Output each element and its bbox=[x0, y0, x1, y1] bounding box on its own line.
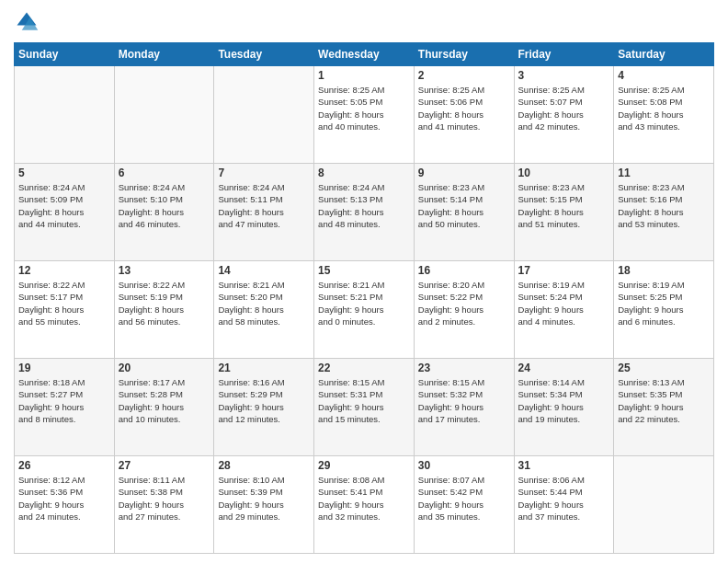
day-cell: 25Sunrise: 8:13 AM Sunset: 5:35 PM Dayli… bbox=[614, 359, 714, 456]
header bbox=[14, 9, 714, 35]
day-info: Sunrise: 8:24 AM Sunset: 5:10 PM Dayligh… bbox=[119, 181, 210, 230]
day-number: 7 bbox=[218, 167, 310, 179]
day-info: Sunrise: 8:24 AM Sunset: 5:09 PM Dayligh… bbox=[18, 181, 110, 230]
day-info: Sunrise: 8:12 AM Sunset: 5:36 PM Dayligh… bbox=[18, 474, 110, 523]
day-cell bbox=[15, 66, 115, 164]
day-cell: 21Sunrise: 8:16 AM Sunset: 5:29 PM Dayli… bbox=[214, 359, 314, 456]
weekday-header-thursday: Thursday bbox=[414, 43, 514, 66]
day-number: 20 bbox=[119, 362, 210, 374]
day-number: 27 bbox=[119, 459, 210, 472]
day-info: Sunrise: 8:06 AM Sunset: 5:44 PM Dayligh… bbox=[518, 474, 610, 523]
day-cell: 24Sunrise: 8:14 AM Sunset: 5:34 PM Dayli… bbox=[514, 359, 614, 456]
day-number: 10 bbox=[518, 167, 610, 179]
day-info: Sunrise: 8:18 AM Sunset: 5:27 PM Dayligh… bbox=[18, 376, 110, 425]
day-info: Sunrise: 8:24 AM Sunset: 5:11 PM Dayligh… bbox=[218, 181, 310, 230]
day-info: Sunrise: 8:11 AM Sunset: 5:38 PM Dayligh… bbox=[119, 474, 210, 523]
day-info: Sunrise: 8:15 AM Sunset: 5:32 PM Dayligh… bbox=[418, 376, 510, 425]
day-cell: 29Sunrise: 8:08 AM Sunset: 5:41 PM Dayli… bbox=[314, 456, 415, 554]
day-info: Sunrise: 8:16 AM Sunset: 5:29 PM Dayligh… bbox=[218, 376, 310, 425]
day-number: 28 bbox=[218, 459, 310, 472]
day-cell: 22Sunrise: 8:15 AM Sunset: 5:31 PM Dayli… bbox=[314, 359, 415, 456]
day-cell: 1Sunrise: 8:25 AM Sunset: 5:05 PM Daylig… bbox=[314, 66, 415, 164]
day-cell: 30Sunrise: 8:07 AM Sunset: 5:42 PM Dayli… bbox=[414, 456, 514, 554]
day-info: Sunrise: 8:08 AM Sunset: 5:41 PM Dayligh… bbox=[318, 474, 410, 523]
day-cell: 27Sunrise: 8:11 AM Sunset: 5:38 PM Dayli… bbox=[114, 456, 214, 554]
day-info: Sunrise: 8:17 AM Sunset: 5:28 PM Dayligh… bbox=[119, 376, 210, 425]
day-cell: 11Sunrise: 8:23 AM Sunset: 5:16 PM Dayli… bbox=[614, 164, 714, 261]
day-number: 15 bbox=[318, 264, 410, 277]
day-info: Sunrise: 8:19 AM Sunset: 5:24 PM Dayligh… bbox=[518, 279, 610, 327]
day-cell: 9Sunrise: 8:23 AM Sunset: 5:14 PM Daylig… bbox=[414, 164, 514, 261]
day-info: Sunrise: 8:10 AM Sunset: 5:39 PM Dayligh… bbox=[218, 474, 310, 523]
day-cell bbox=[214, 66, 314, 164]
day-cell: 3Sunrise: 8:25 AM Sunset: 5:07 PM Daylig… bbox=[514, 66, 614, 164]
day-number: 11 bbox=[618, 167, 710, 179]
day-number: 8 bbox=[318, 167, 410, 179]
day-number: 16 bbox=[418, 264, 510, 277]
day-number: 26 bbox=[18, 459, 110, 472]
day-number: 30 bbox=[418, 459, 510, 472]
day-info: Sunrise: 8:19 AM Sunset: 5:25 PM Dayligh… bbox=[618, 279, 710, 327]
day-number: 1 bbox=[318, 69, 410, 82]
day-cell: 31Sunrise: 8:06 AM Sunset: 5:44 PM Dayli… bbox=[514, 456, 614, 554]
day-cell: 23Sunrise: 8:15 AM Sunset: 5:32 PM Dayli… bbox=[414, 359, 514, 456]
day-cell: 8Sunrise: 8:24 AM Sunset: 5:13 PM Daylig… bbox=[314, 164, 415, 261]
day-cell bbox=[614, 456, 714, 554]
day-info: Sunrise: 8:23 AM Sunset: 5:14 PM Dayligh… bbox=[418, 181, 510, 230]
day-info: Sunrise: 8:25 AM Sunset: 5:06 PM Dayligh… bbox=[418, 84, 510, 132]
day-info: Sunrise: 8:15 AM Sunset: 5:31 PM Dayligh… bbox=[318, 376, 410, 425]
day-number: 13 bbox=[119, 264, 210, 277]
day-info: Sunrise: 8:22 AM Sunset: 5:19 PM Dayligh… bbox=[119, 279, 210, 327]
day-info: Sunrise: 8:21 AM Sunset: 5:21 PM Dayligh… bbox=[318, 279, 410, 327]
day-info: Sunrise: 8:21 AM Sunset: 5:20 PM Dayligh… bbox=[218, 279, 310, 327]
day-cell bbox=[114, 66, 214, 164]
weekday-header-monday: Monday bbox=[114, 43, 214, 66]
day-info: Sunrise: 8:24 AM Sunset: 5:13 PM Dayligh… bbox=[318, 181, 410, 230]
day-cell: 15Sunrise: 8:21 AM Sunset: 5:21 PM Dayli… bbox=[314, 261, 415, 359]
logo bbox=[14, 9, 43, 35]
day-number: 14 bbox=[218, 264, 310, 277]
day-info: Sunrise: 8:25 AM Sunset: 5:07 PM Dayligh… bbox=[518, 84, 610, 132]
day-cell: 10Sunrise: 8:23 AM Sunset: 5:15 PM Dayli… bbox=[514, 164, 614, 261]
day-number: 6 bbox=[119, 167, 210, 179]
day-info: Sunrise: 8:25 AM Sunset: 5:08 PM Dayligh… bbox=[618, 84, 710, 132]
day-number: 21 bbox=[218, 362, 310, 374]
day-cell: 2Sunrise: 8:25 AM Sunset: 5:06 PM Daylig… bbox=[414, 66, 514, 164]
week-row-4: 19Sunrise: 8:18 AM Sunset: 5:27 PM Dayli… bbox=[15, 359, 714, 456]
day-number: 31 bbox=[518, 459, 610, 472]
day-number: 19 bbox=[18, 362, 110, 374]
page: SundayMondayTuesdayWednesdayThursdayFrid… bbox=[0, 0, 728, 563]
day-cell: 18Sunrise: 8:19 AM Sunset: 5:25 PM Dayli… bbox=[614, 261, 714, 359]
day-cell: 16Sunrise: 8:20 AM Sunset: 5:22 PM Dayli… bbox=[414, 261, 514, 359]
day-info: Sunrise: 8:25 AM Sunset: 5:05 PM Dayligh… bbox=[318, 84, 410, 132]
week-row-2: 5Sunrise: 8:24 AM Sunset: 5:09 PM Daylig… bbox=[15, 164, 714, 261]
logo-icon bbox=[14, 9, 40, 35]
day-number: 4 bbox=[618, 69, 710, 82]
day-info: Sunrise: 8:23 AM Sunset: 5:15 PM Dayligh… bbox=[518, 181, 610, 230]
week-row-5: 26Sunrise: 8:12 AM Sunset: 5:36 PM Dayli… bbox=[15, 456, 714, 554]
day-number: 18 bbox=[618, 264, 710, 277]
day-cell: 6Sunrise: 8:24 AM Sunset: 5:10 PM Daylig… bbox=[114, 164, 214, 261]
day-number: 22 bbox=[318, 362, 410, 374]
weekday-header-sunday: Sunday bbox=[15, 43, 115, 66]
day-info: Sunrise: 8:07 AM Sunset: 5:42 PM Dayligh… bbox=[418, 474, 510, 523]
day-number: 5 bbox=[18, 167, 110, 179]
day-info: Sunrise: 8:13 AM Sunset: 5:35 PM Dayligh… bbox=[618, 376, 710, 425]
day-number: 29 bbox=[318, 459, 410, 472]
day-cell: 26Sunrise: 8:12 AM Sunset: 5:36 PM Dayli… bbox=[15, 456, 115, 554]
day-cell: 13Sunrise: 8:22 AM Sunset: 5:19 PM Dayli… bbox=[114, 261, 214, 359]
day-cell: 7Sunrise: 8:24 AM Sunset: 5:11 PM Daylig… bbox=[214, 164, 314, 261]
weekday-header-saturday: Saturday bbox=[614, 43, 714, 66]
day-number: 24 bbox=[518, 362, 610, 374]
day-number: 3 bbox=[518, 69, 610, 82]
week-row-1: 1Sunrise: 8:25 AM Sunset: 5:05 PM Daylig… bbox=[15, 66, 714, 164]
day-number: 23 bbox=[418, 362, 510, 374]
day-cell: 5Sunrise: 8:24 AM Sunset: 5:09 PM Daylig… bbox=[15, 164, 115, 261]
weekday-header-row: SundayMondayTuesdayWednesdayThursdayFrid… bbox=[15, 43, 714, 66]
week-row-3: 12Sunrise: 8:22 AM Sunset: 5:17 PM Dayli… bbox=[15, 261, 714, 359]
day-number: 12 bbox=[18, 264, 110, 277]
day-cell: 19Sunrise: 8:18 AM Sunset: 5:27 PM Dayli… bbox=[15, 359, 115, 456]
day-cell: 28Sunrise: 8:10 AM Sunset: 5:39 PM Dayli… bbox=[214, 456, 314, 554]
day-info: Sunrise: 8:20 AM Sunset: 5:22 PM Dayligh… bbox=[418, 279, 510, 327]
weekday-header-wednesday: Wednesday bbox=[314, 43, 415, 66]
